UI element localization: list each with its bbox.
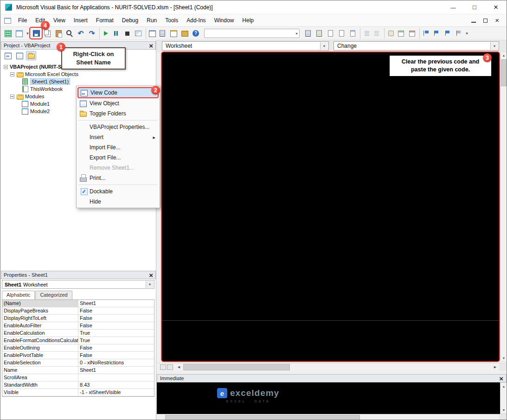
tree-node-sheet1[interactable]: Sheet1 (Sheet1) xyxy=(1,78,156,85)
collapse-icon[interactable] xyxy=(10,72,14,76)
child-restore-icon[interactable] xyxy=(483,19,488,23)
scroll-left-icon[interactable] xyxy=(158,414,165,420)
menu-vbaproject-properties[interactable]: VBAProject Properties... xyxy=(77,122,160,132)
property-row[interactable]: EnableFormatConditionsCalculatio True xyxy=(2,337,154,344)
procedure-dropdown[interactable]: Change xyxy=(334,41,499,51)
code-editor[interactable]: Private Sub Worksheet_Change(ByVal Targe… xyxy=(161,51,500,362)
scroll-down-icon[interactable] xyxy=(501,355,507,362)
immediate-close-icon[interactable] xyxy=(499,375,503,382)
menu-view[interactable]: View xyxy=(49,14,70,26)
menu-run[interactable]: Run xyxy=(142,14,161,26)
scroll-up-icon[interactable] xyxy=(501,383,507,390)
tab-categorized[interactable]: Categorized xyxy=(35,291,72,299)
menu-view-code[interactable]: View Code xyxy=(77,87,159,98)
property-row[interactable]: EnableAutoFilter False xyxy=(2,322,154,330)
code-horizontal-scrollbar[interactable] xyxy=(157,363,507,370)
scroll-left-icon[interactable] xyxy=(175,364,182,370)
property-row[interactable]: Name Sheet1 xyxy=(2,367,154,374)
child-close-icon[interactable] xyxy=(495,16,499,25)
property-row[interactable]: DisplayPageBreaks False xyxy=(2,307,154,315)
design-mode-icon[interactable] xyxy=(133,28,144,39)
complete-word-icon[interactable] xyxy=(347,28,358,39)
scroll-right-icon[interactable] xyxy=(492,414,499,420)
copy-icon[interactable] xyxy=(42,28,53,39)
property-row[interactable]: EnablePivotTable False xyxy=(2,352,154,359)
next-bookmark-icon[interactable] xyxy=(430,28,442,39)
code-vertical-scrollbar[interactable] xyxy=(500,51,507,362)
undo-icon[interactable]: ↶ xyxy=(75,28,86,39)
clear-bookmarks-icon[interactable] xyxy=(453,28,464,39)
view-microsoft-excel-icon[interactable] xyxy=(2,28,13,39)
menu-add-ins[interactable]: Add-Ins xyxy=(182,14,210,26)
close-button[interactable] xyxy=(485,0,507,14)
menu-view-object[interactable]: View Object xyxy=(77,98,160,108)
property-row[interactable]: EnableSelection 0 - xlNoRestrictions xyxy=(2,359,154,367)
menu-insert[interactable]: Insert xyxy=(77,132,160,142)
property-row[interactable]: EnableOutlining False xyxy=(2,344,154,352)
collapse-icon[interactable] xyxy=(4,65,8,69)
list-properties-icon[interactable] xyxy=(302,28,314,39)
reset-icon[interactable] xyxy=(122,28,133,39)
menu-export-file[interactable]: Export File... xyxy=(77,153,160,163)
toolbar-combo-box[interactable] xyxy=(204,29,300,38)
indent-icon[interactable] xyxy=(360,28,371,39)
tree-node-excel-objects[interactable]: Microsoft Excel Objects xyxy=(1,70,156,78)
minimize-button[interactable] xyxy=(443,0,464,14)
comment-block-icon[interactable] xyxy=(395,28,406,39)
tab-alphabetic[interactable]: Alphabetic xyxy=(2,291,35,299)
view-code-button[interactable] xyxy=(3,51,13,60)
previous-bookmark-icon[interactable] xyxy=(442,28,453,39)
menu-debug[interactable]: Debug xyxy=(118,14,142,26)
scrollbar-thumb[interactable] xyxy=(501,59,507,86)
find-icon[interactable] xyxy=(64,28,75,39)
maximize-button[interactable] xyxy=(464,0,485,14)
child-minimize-icon[interactable] xyxy=(471,22,476,23)
scrollbar-thumb[interactable] xyxy=(183,364,290,370)
scroll-down-icon[interactable] xyxy=(501,407,507,414)
menu-import-file[interactable]: Import File... xyxy=(77,142,160,153)
immediate-horizontal-scrollbar[interactable] xyxy=(157,414,507,420)
redo-icon[interactable]: ↷ xyxy=(86,28,97,39)
property-row[interactable]: Visible -1 - xlSheetVisible xyxy=(2,389,154,396)
menu-dockable[interactable]: Dockable xyxy=(77,186,160,197)
toggle-folders-button[interactable] xyxy=(26,51,36,60)
collapse-icon[interactable] xyxy=(10,95,14,99)
immediate-window[interactable]: e exceldemy EXCEL · DATA xyxy=(157,382,500,414)
menu-insert[interactable]: Insert xyxy=(70,14,92,26)
parameter-info-icon[interactable] xyxy=(336,28,347,39)
outdent-icon[interactable] xyxy=(371,28,382,39)
scroll-right-icon[interactable] xyxy=(492,364,499,370)
menu-window[interactable]: Window xyxy=(210,14,238,26)
menu-tools[interactable]: Tools xyxy=(161,14,182,26)
uncomment-block-icon[interactable] xyxy=(406,28,417,39)
menu-toggle-folders[interactable]: Toggle Folders xyxy=(77,108,160,119)
window-split-button[interactable] xyxy=(167,364,173,370)
properties-panel-close-icon[interactable] xyxy=(149,272,153,279)
menu-file[interactable]: File xyxy=(14,14,31,26)
insert-userform-icon[interactable] xyxy=(13,28,25,39)
toolbar-options-arrow-icon[interactable]: ▾ xyxy=(464,28,470,39)
menu-print[interactable]: Print... xyxy=(77,173,160,183)
property-row[interactable]: StandardWidth 8.43 xyxy=(2,382,154,389)
property-row[interactable]: ScrollArea xyxy=(2,374,154,382)
scroll-up-icon[interactable] xyxy=(501,52,507,59)
menu-hide[interactable]: Hide xyxy=(77,197,160,207)
property-row[interactable]: EnableCalculation True xyxy=(2,330,154,337)
project-panel-close-icon[interactable] xyxy=(149,42,153,49)
project-explorer-icon[interactable] xyxy=(146,28,157,39)
scrollbar-thumb[interactable] xyxy=(165,415,360,420)
menu-help[interactable]: Help xyxy=(238,14,258,26)
object-dropdown[interactable]: Worksheet xyxy=(162,41,329,51)
run-sub-icon[interactable] xyxy=(99,28,110,39)
property-row[interactable]: (Name) Sheet1 xyxy=(2,300,154,307)
toolbox-icon[interactable] xyxy=(179,28,190,39)
immediate-vertical-scrollbar[interactable] xyxy=(500,382,507,414)
quick-info-icon[interactable] xyxy=(325,28,336,39)
window-split-button[interactable] xyxy=(160,364,166,370)
help-icon[interactable]: ? xyxy=(190,28,201,39)
property-row[interactable]: DisplayRightToLeft False xyxy=(2,315,154,322)
object-browser-icon[interactable] xyxy=(168,28,179,39)
properties-window-icon[interactable] xyxy=(157,28,168,39)
toggle-breakpoint-icon[interactable] xyxy=(384,28,395,39)
view-object-button[interactable] xyxy=(14,51,25,60)
